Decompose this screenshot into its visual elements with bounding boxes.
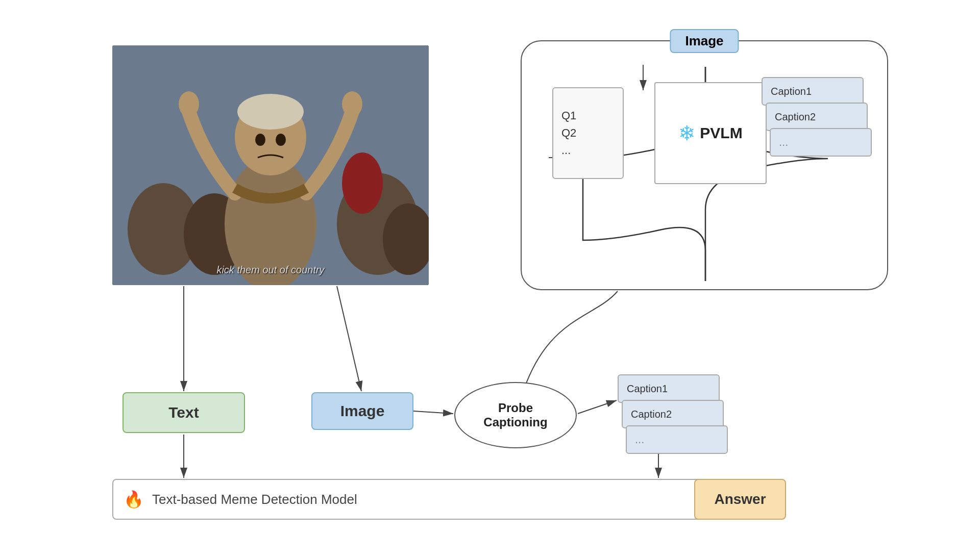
caption-top-1: Caption1 <box>762 77 864 106</box>
caption-bottom-1: Caption1 <box>618 374 720 403</box>
svg-point-20 <box>179 91 199 117</box>
image-label-top: Image <box>670 29 739 53</box>
svg-point-21 <box>342 91 362 117</box>
diagram-container: kick them out of country Image Q1 Q2 ...… <box>82 30 898 530</box>
pvlm-label: PVLM <box>700 124 742 142</box>
query-1: Q1 <box>561 109 576 122</box>
svg-point-19 <box>237 94 304 130</box>
captions-bottom-stack: Caption1 Caption2 ... <box>618 374 728 454</box>
probe-captioning-label: ProbeCaptioning <box>483 401 547 429</box>
caption-top-3: ... <box>770 128 872 157</box>
pvlm-outer-box: Image Q1 Q2 ... ❄ PVLM Caption1 Caption2… <box>521 40 888 290</box>
query-2: Q2 <box>561 126 576 140</box>
meme-image: kick them out of country <box>112 45 429 285</box>
captions-top-stack: Caption1 Caption2 ... <box>762 77 872 157</box>
queries-box: Q1 Q2 ... <box>552 87 624 179</box>
svg-point-22 <box>255 134 265 146</box>
pvlm-box: ❄ PVLM <box>654 82 767 184</box>
svg-line-3 <box>337 286 361 391</box>
fire-icon: 🔥 <box>124 490 144 509</box>
probe-captioning-ellipse: ProbeCaptioning <box>454 382 577 448</box>
detection-bar-label: Text-based Meme Detection Model <box>152 492 357 507</box>
svg-line-5 <box>413 411 453 414</box>
caption-top-2: Caption2 <box>766 103 868 131</box>
caption-bottom-2: Caption2 <box>622 400 724 428</box>
svg-line-6 <box>578 400 617 414</box>
answer-box: Answer <box>694 479 786 520</box>
svg-point-24 <box>342 152 383 214</box>
text-box: Text <box>122 392 245 433</box>
meme-caption-text: kick them out of country <box>216 264 324 276</box>
svg-point-23 <box>276 134 286 146</box>
query-dots: ... <box>561 144 571 157</box>
caption-bottom-3: ... <box>626 425 728 454</box>
snowflake-icon: ❄ <box>678 121 696 145</box>
image-label-bottom: Image <box>311 392 413 430</box>
detection-bar: 🔥 Text-based Meme Detection Model <box>112 479 704 520</box>
